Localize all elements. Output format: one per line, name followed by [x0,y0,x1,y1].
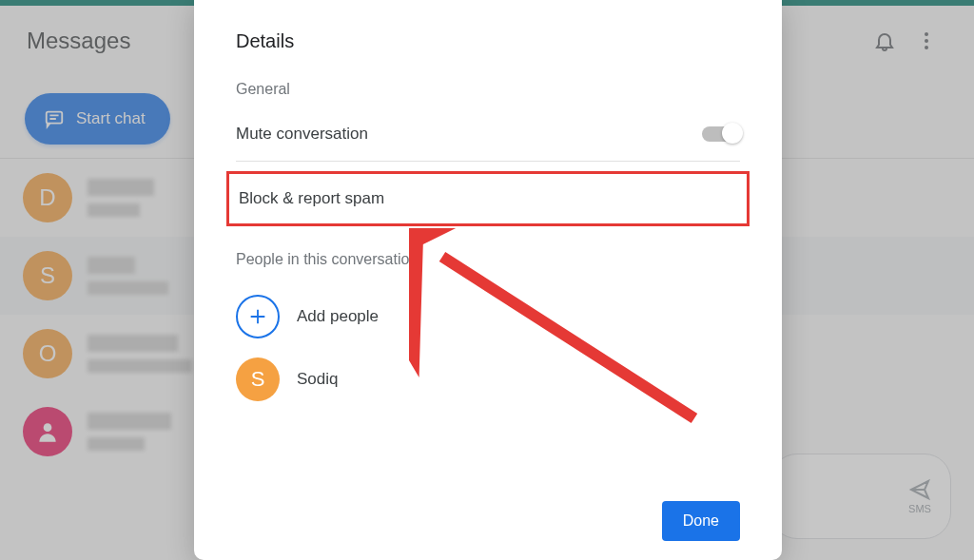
modal-title: Details [236,30,740,52]
participant-name: Sodiq [297,370,338,389]
mute-label: Mute conversation [236,125,368,144]
block-report-label: Block & report spam [239,189,384,208]
block-report-spam-row[interactable]: Block & report spam [226,171,750,226]
add-people-label: Add people [297,307,379,326]
plus-icon [236,295,280,338]
participant-avatar: S [236,357,280,401]
mute-conversation-row[interactable]: Mute conversation [236,115,740,153]
mute-toggle[interactable] [702,126,740,142]
add-people-row[interactable]: Add people [236,285,740,348]
participant-row[interactable]: S Sodiq [236,348,740,411]
section-people-label: People in this conversation [236,251,740,268]
section-general-label: General [236,81,740,98]
modal-divider [236,161,740,162]
done-button[interactable]: Done [662,501,740,541]
details-modal: Details General Mute conversation Block … [194,0,782,560]
